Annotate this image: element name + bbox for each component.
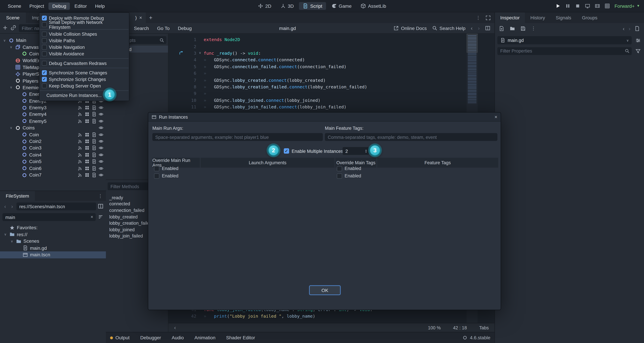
visibility-icon[interactable] [98,152,104,157]
gutter[interactable]: 7 [168,76,204,83]
menubar-scene[interactable]: Scene [4,2,25,10]
main-feature-tags-input[interactable] [325,133,498,141]
debug-menu-item[interactable]: Synchronize Script Changes [40,76,129,83]
tree-caret[interactable]: ∨ [3,232,8,236]
enable-multiple-instances-checkbox[interactable] [284,148,289,154]
save-icon[interactable] [520,26,526,31]
version-info[interactable]: 4.6.stable [462,335,490,340]
code-line-42[interactable]: 42»print("Lobby join failed ", lobby_nam… [168,312,477,319]
add-node-button[interactable] [2,25,8,31]
visibility-icon[interactable] [98,139,104,144]
spinbox-arrows-icon[interactable]: ▲▼ [365,149,367,153]
menubar-project[interactable]: Project [26,2,48,10]
visibility-icon[interactable] [98,146,104,150]
debug-menu-item[interactable]: Visible Avoidance [40,50,129,57]
pause-button[interactable] [565,3,571,9]
code-line-1[interactable]: 1extends Node2D [168,36,477,43]
filter-properties-input[interactable] [498,47,632,55]
stop-button[interactable] [575,3,580,9]
override-args-cell[interactable]: Enabled [152,172,200,180]
debug-menu-item[interactable]: Synchronize Scene Changes [40,69,129,76]
ok-button[interactable]: OK [309,286,340,295]
fs-item-scenes[interactable]: ∨Scenes [0,238,106,244]
bottom-panel-shader-editor[interactable]: Shader Editor [226,335,255,340]
code-line-2[interactable]: 2 [168,43,477,50]
visibility-icon[interactable] [98,119,104,124]
search-help-button[interactable]: Search Help [432,26,466,31]
override-tags-cell[interactable]: Enabled [335,172,377,180]
fold-caret[interactable]: ∨ [196,51,204,55]
tab-list-button[interactable]: ⋮ [476,15,480,20]
instances-button[interactable] [604,3,610,9]
inspected-object-dropdown[interactable]: main.gd ∨ [498,36,632,44]
enabled-checkbox[interactable] [154,166,159,171]
scroll-left-icon[interactable]: ‹ [174,324,176,331]
main-run-args-input[interactable] [152,133,323,141]
scene-node-coin[interactable]: Coin [0,131,106,138]
menubar-editor[interactable]: Editor [71,2,90,10]
online-docs-button[interactable]: Online Docs [394,26,427,31]
inspector-forward-button[interactable]: › [629,25,630,32]
tab-scene[interactable]: Scene [0,12,26,23]
visibility-icon[interactable] [98,132,104,137]
filesystem-menu-button[interactable]: ⋮ [98,193,103,199]
code-line-3[interactable]: 3∨func _ready() -> void: [168,50,477,56]
gutter[interactable]: 5 [168,63,204,70]
scene-node-coin6[interactable]: Coin6 [0,165,106,172]
fs-item-main.tscn[interactable]: main.tscn [0,252,106,258]
enabled-checkbox[interactable] [337,166,342,171]
view-2d[interactable]: 2D [254,2,275,10]
gutter[interactable]: 2 [168,43,204,50]
tree-caret[interactable]: ∨ [9,86,13,89]
history-back-button[interactable]: ‹ [471,25,473,31]
script-menu-go-to[interactable]: Go To [153,26,174,31]
scene-node-coin3[interactable]: Coin3 [0,145,106,152]
gutter[interactable]: 11 [168,104,204,110]
fs-search-input[interactable] [2,213,96,221]
bottom-panel-debugger[interactable]: Debugger [140,335,161,340]
fs-path-input[interactable] [16,202,96,210]
instance-count-spinbox[interactable]: 2 ▲▼ [342,147,369,155]
tree-caret[interactable]: ∨ [9,45,13,49]
visibility-icon[interactable] [98,105,104,110]
fs-item-favorites[interactable]: Favorites: [0,224,106,231]
enabled-checkbox[interactable] [154,173,159,178]
fs-forward-button[interactable]: › [10,203,15,210]
debug-menu-item[interactable]: Visible Collision Shapes [40,31,129,37]
inspector-back-button[interactable]: ‹ [623,25,625,32]
tree-caret[interactable]: ∨ [2,38,6,42]
debug-menu-item[interactable]: Small Deploy with Network Filesystem [40,21,129,28]
instance-scene-button[interactable] [10,25,16,31]
property-filter-button[interactable] [634,47,642,55]
gutter[interactable]: 9 [168,90,204,97]
feature-tags-cell[interactable] [377,172,498,180]
bottom-panel-animation[interactable]: Animation [194,335,216,340]
gutter[interactable]: 4 [168,56,204,63]
visibility-icon[interactable] [98,166,104,171]
object-tools-button[interactable] [634,36,642,44]
enabled-checkbox[interactable] [337,173,342,178]
bottom-panel-output[interactable]: Output [110,335,130,340]
debug-menu-item[interactable]: Debug CanvasItem Redraws [40,60,129,66]
tab-groups[interactable]: Groups [576,12,603,23]
scripts-panel-toggle-icon[interactable] [485,26,490,31]
add-scene-tab-button[interactable]: + [146,14,156,21]
scene-node-enemy4[interactable]: Enemy4 [0,111,106,118]
scene-node-coins[interactable]: ∨Coins [0,124,106,131]
fs-item-main.gd[interactable]: main.gd [0,244,106,251]
debug-menu-item[interactable]: Keep Debug Server Open [40,83,129,89]
code-line-10[interactable]: 10»GDSync.lobby_joined.connect(lobby_joi… [168,97,477,104]
gutter[interactable]: 1 [168,36,204,43]
feature-tags-cell[interactable] [377,165,498,172]
zoom-level[interactable]: 100 % [428,325,441,330]
view-script[interactable]: Script [299,2,326,10]
close-icon[interactable]: × [139,15,142,20]
code-line-7[interactable]: 7»GDSync.lobby_created.connect(lobby_cre… [168,76,477,83]
new-resource-icon[interactable] [499,26,504,31]
code-line-4[interactable]: 4»GDSync.connected.connect(connected) [168,56,477,63]
tab-signals[interactable]: Signals [550,12,577,23]
clear-search-icon[interactable]: × [90,214,93,219]
debug-menu-item[interactable]: Visible Navigation [40,44,129,50]
scene-node-enemy3[interactable]: Enemy3 [0,104,106,111]
view-3d[interactable]: 3D [277,2,298,10]
